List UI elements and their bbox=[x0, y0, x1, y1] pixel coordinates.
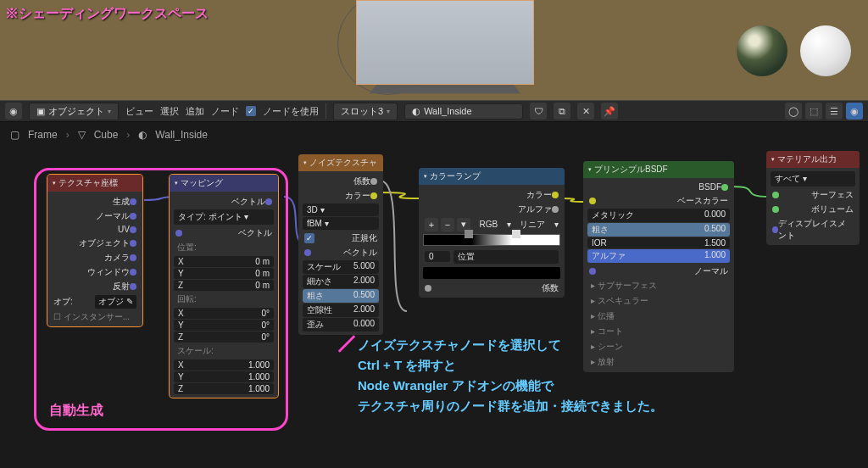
input-vector[interactable]: ベクトル bbox=[303, 245, 379, 259]
use-nodes-label[interactable]: ノードを使用 bbox=[263, 105, 319, 118]
shading-icon[interactable]: ◉ bbox=[846, 103, 863, 120]
object-picker[interactable]: オブ:オブジ ✎ bbox=[52, 293, 138, 309]
input-surface[interactable]: サーフェス bbox=[771, 187, 855, 202]
node-texture-coordinate[interactable]: ▾テクスチャ座標 生成 ノーマル UV オブジェクト カメラ ウィンドウ 反射 … bbox=[47, 175, 142, 326]
input-fac[interactable]: 係数 bbox=[423, 281, 560, 295]
unlink-button[interactable]: ✕ bbox=[577, 103, 594, 120]
menu-add[interactable]: 追加 bbox=[186, 105, 204, 118]
annotation-auto-gen: 自動生成 bbox=[49, 402, 103, 420]
trans-section[interactable]: ▸ 伝播 bbox=[587, 309, 730, 324]
rough-field[interactable]: 粗さ0.500 bbox=[587, 223, 730, 237]
node-material-output[interactable]: ▾マテリアル出力 すべて ▾ サーフェス ボリューム ディスプレイスメント bbox=[766, 151, 860, 245]
options-icon[interactable]: ☰ bbox=[826, 103, 843, 120]
rot-z[interactable]: Z0° bbox=[174, 332, 274, 343]
snap-icon[interactable]: ⬚ bbox=[805, 103, 822, 120]
use-nodes-checkbox[interactable]: ✓ bbox=[246, 106, 256, 116]
node-mapping[interactable]: ▾マッピング ベクトル タイプ: ポイント ▾ ベクトル 位置: X0 m Y0… bbox=[170, 175, 278, 398]
slot-dropdown[interactable]: スロット3 ▾ bbox=[333, 103, 398, 120]
scale-z[interactable]: Z1.000 bbox=[174, 383, 274, 394]
specular-section[interactable]: ▸ スペキュラー bbox=[587, 293, 730, 309]
output-generated[interactable]: 生成 bbox=[52, 194, 138, 209]
pin-button[interactable]: 📌 bbox=[601, 103, 618, 120]
type-dropdown[interactable]: タイプ: ポイント ▾ bbox=[174, 209, 274, 225]
node-header[interactable]: ▾ノイズテクスチャ bbox=[298, 154, 383, 171]
output-camera[interactable]: カメラ bbox=[52, 250, 138, 265]
scale-y[interactable]: Y1.000 bbox=[174, 371, 274, 382]
fbm-dropdown[interactable]: fBM ▾ bbox=[303, 217, 379, 230]
rough-field[interactable]: 粗さ0.500 bbox=[303, 289, 379, 303]
color-ramp-gradient[interactable] bbox=[423, 234, 560, 246]
ramp-controls[interactable]: +−▾ RGB ▾ リニア ▾ bbox=[423, 216, 560, 232]
output-reflection[interactable]: 反射 bbox=[52, 279, 138, 293]
floor-object bbox=[370, 85, 520, 93]
node-header[interactable]: ▾プリンシプルBSDF bbox=[583, 161, 734, 178]
rot-x[interactable]: X0° bbox=[174, 308, 274, 319]
rot-y[interactable]: Y0° bbox=[174, 320, 274, 331]
dim-dropdown[interactable]: 3D ▾ bbox=[303, 203, 379, 216]
hdri-preview-sphere[interactable] bbox=[737, 25, 787, 76]
output-color[interactable]: カラー bbox=[423, 187, 560, 202]
breadcrumb-frame[interactable]: Frame bbox=[28, 129, 58, 141]
menu-select[interactable]: 選択 bbox=[160, 105, 179, 118]
overlay-icon[interactable]: ◯ bbox=[785, 103, 802, 120]
detail-field[interactable]: 細かさ2.000 bbox=[303, 275, 379, 288]
scale-label: スケール: bbox=[174, 343, 274, 359]
wall-object bbox=[356, 0, 534, 85]
output-color[interactable]: カラー bbox=[303, 188, 379, 203]
location-label: 位置: bbox=[174, 240, 274, 255]
viewport-3d[interactable]: ※シェーディングワークスペース bbox=[0, 0, 868, 100]
breadcrumb-material[interactable]: Wall_Inside bbox=[155, 129, 208, 141]
ior-field[interactable]: IOR1.500 bbox=[587, 237, 730, 248]
node-noise-texture[interactable]: ▾ノイズテクスチャ 係数 カラー 3D ▾ fBM ▾ ✓ 正規化 ベクトル ス… bbox=[298, 154, 383, 335]
output-fac[interactable]: 係数 bbox=[303, 174, 379, 188]
annotation-instructions: ノイズテクスチャノードを選択して Ctrl + T を押すと Node Wran… bbox=[358, 335, 663, 416]
input-displacement[interactable]: ディスプレイスメント bbox=[771, 216, 855, 242]
node-color-ramp[interactable]: ▾カラーランプ カラー アルファ +−▾ RGB ▾ リニア ▾ 0 位置 係数 bbox=[419, 168, 565, 298]
input-normal[interactable]: ノーマル bbox=[587, 264, 730, 278]
color-swatch[interactable] bbox=[423, 267, 560, 279]
rotation-label: 回転: bbox=[174, 292, 274, 307]
normalize-check[interactable]: ✓ 正規化 bbox=[303, 231, 379, 245]
menu-node[interactable]: ノード bbox=[211, 105, 239, 118]
stop-pos[interactable]: 位置 bbox=[453, 250, 559, 264]
chevron-down-icon: ▾ bbox=[108, 108, 111, 115]
matcap-preview-sphere[interactable] bbox=[800, 25, 851, 76]
fake-user-button[interactable]: 🛡 bbox=[530, 103, 547, 120]
output-vector[interactable]: ベクトル bbox=[174, 194, 274, 209]
node-header[interactable]: ▾マテリアル出力 bbox=[766, 151, 860, 168]
input-volume[interactable]: ボリューム bbox=[771, 202, 855, 216]
scale-x[interactable]: X1.000 bbox=[174, 359, 274, 370]
metallic-field[interactable]: メタリック0.000 bbox=[587, 209, 730, 222]
menu-view[interactable]: ビュー bbox=[125, 105, 153, 118]
node-header[interactable]: ▾マッピング bbox=[170, 175, 278, 192]
material-selector[interactable]: ◐ Wall_Inside bbox=[404, 103, 523, 120]
duplicate-button[interactable]: ⧉ bbox=[554, 103, 570, 120]
output-alpha[interactable]: アルファ bbox=[423, 202, 560, 216]
material-icon: ◐ bbox=[412, 106, 420, 117]
node-editor-canvas[interactable]: ▾テクスチャ座標 生成 ノーマル UV オブジェクト カメラ ウィンドウ 反射 … bbox=[0, 148, 868, 468]
subsurface-section[interactable]: ▸ サブサーフェス bbox=[587, 278, 730, 293]
output-normal[interactable]: ノーマル bbox=[52, 209, 138, 223]
dist-field[interactable]: 歪み0.000 bbox=[303, 318, 379, 332]
output-bsdf[interactable]: BSDF bbox=[587, 181, 730, 193]
alpha-field[interactable]: アルファ1.000 bbox=[587, 249, 730, 263]
output-object[interactable]: オブジェクト bbox=[52, 236, 138, 250]
input-base-color[interactable]: ベースカラー bbox=[587, 193, 730, 208]
scale-field[interactable]: スケール5.000 bbox=[303, 260, 379, 274]
loc-z[interactable]: Z0 m bbox=[174, 280, 274, 291]
editor-type-icon[interactable]: ◉ bbox=[5, 103, 22, 120]
output-uv[interactable]: UV bbox=[52, 223, 138, 236]
breadcrumb: ▢ Frame › ▽ Cube › ◐ Wall_Inside bbox=[0, 122, 868, 148]
instancer-checkbox[interactable]: ☐ インスタンサー... bbox=[52, 309, 138, 324]
lac-field[interactable]: 空隙性2.000 bbox=[303, 304, 379, 317]
breadcrumb-cube[interactable]: Cube bbox=[94, 129, 119, 141]
stop-index[interactable]: 0 bbox=[425, 251, 450, 262]
input-vector[interactable]: ベクトル bbox=[174, 226, 274, 240]
loc-x[interactable]: X0 m bbox=[174, 256, 274, 267]
node-header[interactable]: ▾カラーランプ bbox=[419, 168, 565, 185]
loc-y[interactable]: Y0 m bbox=[174, 268, 274, 279]
mode-dropdown[interactable]: ▣ オブジェクト ▾ bbox=[29, 103, 119, 120]
output-window[interactable]: ウィンドウ bbox=[52, 265, 138, 279]
target-dropdown[interactable]: すべて ▾ bbox=[771, 171, 855, 187]
node-header[interactable]: ▾テクスチャ座標 bbox=[47, 175, 142, 192]
